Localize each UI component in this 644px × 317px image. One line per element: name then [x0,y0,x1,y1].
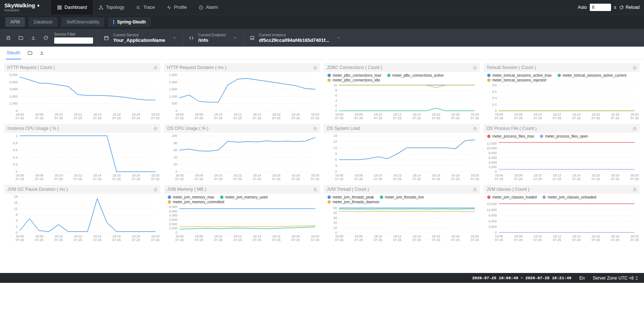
line-chart[interactable]: 02040608010018:0607-2518:0807-2518:1007-… [164,133,320,181]
line-chart[interactable]: 00.20.40.60.818:0607-2518:0807-2518:1007… [484,82,640,120]
svg-text:18:08: 18:08 [35,174,44,177]
svg-text:07-25: 07-25 [374,177,382,181]
line-chart[interactable]: 05001,0001,5002,0002,50018:0607-2518:080… [164,72,320,120]
tab-database[interactable]: Database [29,17,58,27]
download-icon[interactable] [27,29,40,47]
svg-text:07-25: 07-25 [15,238,24,242]
svg-text:18:12: 18:12 [393,113,401,116]
line-chart[interactable]: 01,0002,0003,0004,0005,0006,00018:0607-2… [164,204,320,242]
svg-text:07-25: 07-25 [611,177,619,181]
tab-apm[interactable]: APM [5,17,25,27]
legend-item[interactable]: meter_process_files_max [487,134,534,138]
svg-text:07-25: 07-25 [233,177,242,181]
folder-icon[interactable] [27,50,33,55]
nav-profile[interactable]: Profile [161,0,193,15]
legend-item[interactable]: meter_jdbc_connections_active [387,73,444,77]
nav-topology[interactable]: Topology [93,0,130,15]
lock-icon[interactable] [473,127,477,131]
svg-text:07-25: 07-25 [374,116,382,120]
svg-text:18:14: 18:14 [253,174,261,177]
lock-icon[interactable] [313,187,317,192]
lock-icon[interactable] [633,66,637,70]
chart-panel: JDBC Connections ( Count ) meter_jdbc_co… [324,63,480,120]
service-filter-input[interactable] [54,37,93,44]
tab-spring-sleuth[interactable]: Spring-Sleuth [108,17,151,27]
svg-text:07-25: 07-25 [253,116,261,120]
nav-trace[interactable]: Trace [130,0,161,15]
line-chart[interactable]: 03,0006,0009,00012,00015,00018:0607-2518… [484,199,640,242]
lock-toolbar-icon[interactable] [2,29,15,47]
nav-label: Trace [143,5,155,10]
svg-text:07-25: 07-25 [15,116,24,120]
svg-text:07-25: 07-25 [553,177,561,181]
svg-text:9: 9 [335,152,337,156]
lock-icon[interactable] [153,187,158,192]
lock-icon[interactable] [633,187,637,192]
lock-icon[interactable] [473,66,477,70]
legend-item[interactable]: meter_jdbc_connections_max [327,73,381,77]
nav-dashboard[interactable]: Dashboard [51,0,93,15]
auto-unit: s [614,5,616,10]
line-chart[interactable]: 00.20.40.60.8118:0607-2518:0807-2518:100… [4,133,160,181]
svg-text:18:08: 18:08 [355,234,363,238]
reload-button[interactable]: Reload [619,5,640,10]
line-chart[interactable]: 036912151818:0607-2518:0807-2518:1007-25… [324,133,480,181]
svg-text:2,000: 2,000 [9,95,18,98]
lock-icon[interactable] [313,127,317,131]
top-navbar: SkyWalking Rocketbot Dashboard Topology … [0,0,644,15]
svg-text:07-25: 07-25 [54,177,63,181]
legend-item[interactable]: meter_process_files_open [540,134,588,138]
current-instance-selector[interactable]: Current Instance df5cc29cca094af4b165d74… [243,29,347,47]
line-chart[interactable]: 01,0002,0003,0004,0005,00018:0607-2518:0… [4,72,160,120]
panel-header: JVM Thread ( Count ) [324,185,480,194]
legend-item[interactable]: meter_jvm_threads_peak [327,195,374,199]
language-toggle[interactable]: En [580,276,585,281]
svg-text:18:14: 18:14 [572,234,581,238]
nav-label: Profile [174,5,187,10]
current-service-selector[interactable]: Current Service Your_ApplicationName [97,29,182,47]
folder-icon[interactable] [15,29,27,47]
legend-item[interactable]: meter_jvm_threads_daemon [327,200,379,204]
svg-text:18:18: 18:18 [132,113,140,116]
legend-item[interactable]: meter_jdbc_connections_idle [327,78,380,82]
refresh-icon[interactable] [40,29,52,47]
download-icon[interactable] [39,50,44,55]
legend-item[interactable]: meter_jvm_classes_unloaded [543,195,596,199]
dashboard-tab-bar: APM Database SelfObservability Spring-Sl… [0,15,644,29]
line-chart[interactable]: 024681018:0607-2518:0807-2518:1007-2518:… [324,82,480,120]
utc-stepper-icon[interactable] [635,276,638,280]
legend-item[interactable]: meter_jvm_threads_live [380,195,424,199]
svg-text:18:06: 18:06 [175,113,184,116]
chart-panel: Instance CPU Usage ( % ) 00.20.40.60.811… [4,124,160,181]
line-chart[interactable]: 02,0004,0006,0008,00010,00012,00018:0607… [484,138,640,181]
server-zone[interactable]: Server Zone UTC +8 [593,276,638,281]
lock-icon[interactable] [633,127,637,131]
legend-item[interactable]: meter_tomcat_sessions_active_current [558,73,626,77]
legend-item[interactable]: meter_tomcat_sessions_active_max [487,73,552,77]
current-endpoint-selector[interactable]: Current Endpoint /info [182,29,243,47]
lock-icon[interactable] [473,187,477,192]
legend-item[interactable]: meter_jvm_memory_committed [168,200,224,204]
line-chart[interactable]: 036912151818:0607-2518:0807-2518:1007-25… [4,194,160,242]
auto-refresh-controls: Auto s Reload [578,4,640,11]
svg-text:18:20: 18:20 [630,113,639,116]
svg-text:0: 0 [495,170,497,174]
lock-icon[interactable] [153,127,158,131]
svg-text:18:16: 18:16 [112,234,121,238]
svg-text:07-25: 07-25 [132,177,140,181]
tab-sleuth[interactable]: Sleuth [6,46,21,59]
line-chart[interactable]: 0102030405018:0607-2518:0807-2518:1007-2… [324,204,480,242]
svg-text:07-25: 07-25 [54,116,63,120]
legend-item[interactable]: meter_jvm_memory_used [220,195,268,199]
legend-item[interactable]: meter_tomcat_sessions_rejected [487,78,546,82]
auto-interval-input[interactable] [590,4,611,11]
lock-icon[interactable] [153,66,158,70]
nav-alarm[interactable]: Alarm [193,0,224,15]
legend-item[interactable]: meter_jvm_classes_loaded [487,195,537,199]
dashboard-icon [57,5,62,10]
svg-text:18:12: 18:12 [74,174,82,177]
lock-icon[interactable] [313,66,317,70]
legend-item[interactable]: meter_jvm_memory_max [168,195,214,199]
svg-text:07-25: 07-25 [630,238,639,242]
tab-selfobservability[interactable]: SelfObservability [61,17,104,27]
